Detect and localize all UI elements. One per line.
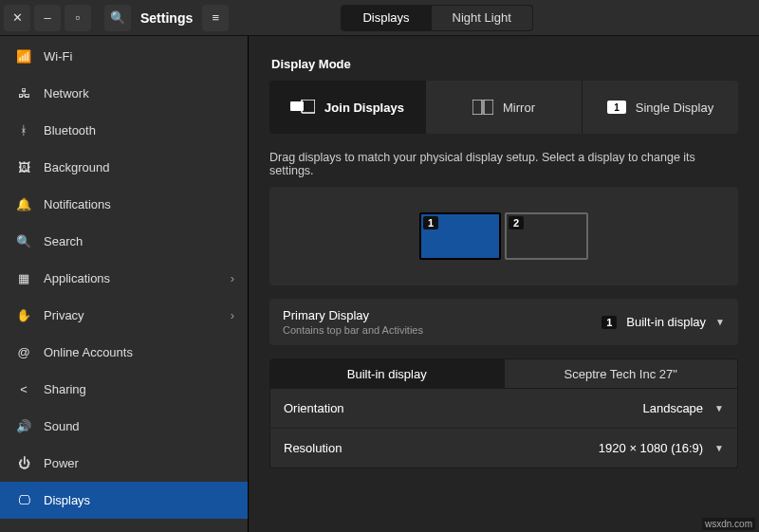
sidebar-item-online-accounts[interactable]: @Online Accounts [0, 334, 248, 371]
display-icon: 🖵 [13, 493, 34, 507]
sidebar-item-displays[interactable]: 🖵Displays [0, 482, 248, 519]
help-text: Drag displays to match your physical dis… [269, 151, 738, 177]
apps-icon: ▦ [13, 271, 34, 285]
chevron-right-icon: › [231, 308, 234, 322]
wifi-icon: 📶 [13, 49, 34, 64]
mode-single-display[interactable]: 1 Single Display [583, 81, 738, 134]
primary-display-badge: 1 [602, 316, 617, 329]
bell-icon: 🔔 [13, 197, 34, 211]
search-icon: 🔍 [13, 234, 34, 248]
svg-rect-2 [472, 100, 482, 115]
display-mode-title: Display Mode [271, 57, 738, 71]
tab-night-light[interactable]: Night Light [432, 5, 533, 31]
display-1[interactable]: 1 [419, 212, 501, 260]
mirror-icon [472, 100, 493, 115]
join-displays-icon [290, 100, 315, 115]
sidebar-item-applications[interactable]: ▦Applications› [0, 260, 248, 297]
sidebar-item-privacy[interactable]: ✋Privacy› [0, 297, 248, 334]
at-icon: @ [13, 345, 34, 359]
sidebar-item-search[interactable]: 🔍Search [0, 223, 248, 260]
display-2[interactable]: 2 [505, 212, 588, 260]
watermark: wsxdn.com [702, 518, 755, 530]
sidebar-item-notifications[interactable]: 🔔Notifications [0, 186, 248, 223]
close-icon[interactable]: ✕ [4, 5, 30, 31]
svg-text:1: 1 [614, 102, 620, 113]
maximize-icon[interactable]: ▫ [65, 5, 91, 31]
display-settings-list: Orientation Landscape▼ Resolution 1920 ×… [269, 389, 738, 468]
mode-mirror[interactable]: Mirror [426, 81, 583, 134]
tab-builtin-display[interactable]: Built-in display [269, 358, 505, 389]
titlebar: ✕ – ▫ 🔍 Settings ≡ Displays Night Light [0, 0, 759, 36]
sidebar-item-background[interactable]: 🖼Background [0, 149, 248, 186]
minimize-icon[interactable]: – [34, 5, 61, 31]
orientation-row[interactable]: Orientation Landscape▼ [270, 389, 737, 429]
svg-rect-3 [484, 100, 493, 115]
sidebar-item-sound[interactable]: 🔊Sound [0, 408, 248, 445]
background-icon: 🖼 [13, 160, 34, 174]
sidebar-item-bluetooth[interactable]: ᚼBluetooth [0, 112, 248, 149]
sidebar-item-power[interactable]: ⏻Power [0, 445, 248, 482]
svg-rect-1 [302, 100, 315, 113]
primary-display-row[interactable]: Primary Display Contains top bar and Act… [269, 299, 738, 345]
primary-display-sub: Contains top bar and Activities [283, 324, 423, 336]
sidebar-item-sharing[interactable]: <Sharing [0, 371, 248, 408]
single-display-icon: 1 [607, 101, 626, 114]
bluetooth-icon: ᚼ [13, 123, 34, 138]
network-icon: 🖧 [13, 86, 34, 101]
primary-display-value: Built-in display [626, 315, 706, 329]
privacy-icon: ✋ [13, 308, 34, 322]
chevron-down-icon: ▼ [714, 403, 724, 413]
search-icon[interactable]: 🔍 [104, 5, 131, 31]
sound-icon: 🔊 [13, 419, 34, 433]
mode-join-displays[interactable]: Join Displays [269, 81, 426, 134]
resolution-row[interactable]: Resolution 1920 × 1080 (16:9)▼ [270, 429, 737, 468]
display-mode-selector: Join Displays Mirror 1 Single Display [269, 81, 738, 134]
sidebar-item-network[interactable]: 🖧Network [0, 75, 248, 112]
share-icon: < [13, 382, 34, 396]
sidebar: 📶Wi-Fi 🖧Network ᚼBluetooth 🖼Background 🔔… [0, 36, 249, 532]
chevron-down-icon: ▼ [714, 443, 724, 453]
chevron-down-icon: ▼ [715, 317, 725, 327]
display-tabs: Built-in display Sceptre Tech Inc 27" [269, 358, 738, 389]
hamburger-icon[interactable]: ≡ [202, 5, 229, 31]
separator [95, 5, 101, 31]
display-arrangement[interactable]: 1 2 [269, 187, 738, 285]
power-icon: ⏻ [13, 456, 34, 470]
content-area: Display Mode Join Displays Mirror 1 Sing… [249, 36, 759, 532]
sidebar-item-wifi[interactable]: 📶Wi-Fi [0, 38, 248, 75]
tab-displays[interactable]: Displays [341, 5, 431, 31]
primary-display-label: Primary Display [283, 308, 423, 322]
chevron-right-icon: › [231, 271, 234, 285]
app-title: Settings [140, 10, 193, 26]
tab-sceptre-display[interactable]: Sceptre Tech Inc 27" [505, 358, 739, 389]
sidebar-item-mouse[interactable]: 🖱Mouse & Touchpad [0, 519, 248, 532]
